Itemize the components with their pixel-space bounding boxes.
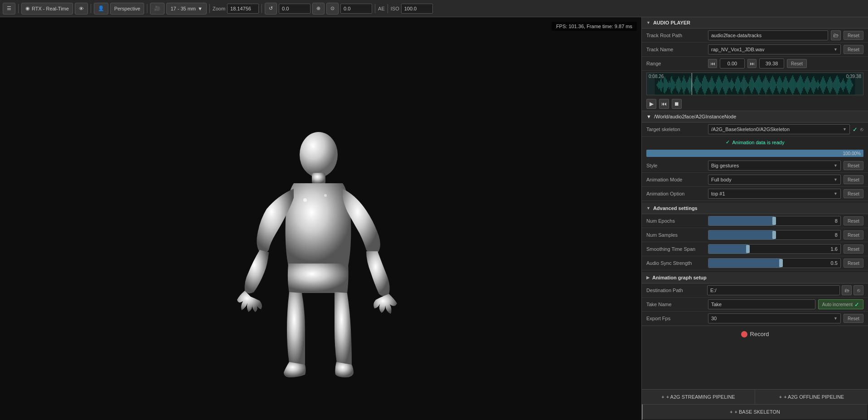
target-icon: ⊙ [330,5,335,11]
play-btn[interactable]: ▶ [646,99,656,109]
svg-point-0 [300,132,338,177]
animation-ready-row: ✓ Animation data is ready [642,137,868,148]
track-root-value[interactable]: audio2face-data/tracks [708,30,828,40]
target-icon-btn[interactable]: ⊙ [326,3,339,15]
num-samples-label: Num Samples [646,232,705,238]
track-root-folder-icon[interactable]: 🗁 [831,30,841,40]
audio-sync-label: Audio Sync Strength [646,260,705,266]
streaming-pipeline-btn[interactable]: + + A2G STREAMING PIPELINE [642,390,755,404]
take-name-row: Take Name Take Auto increment ✓ [642,298,868,312]
back-icon: ⏮ [661,101,667,107]
audio-sync-slider[interactable]: 0.5 [708,258,841,268]
base-skeleton-label: + BASE SKELETON [735,409,780,415]
streaming-pipeline-label: + A2G STREAMING PIPELINE [666,394,735,400]
range-skip-end-btn[interactable]: ⏭ [747,59,756,68]
take-name-value[interactable]: Take [708,299,815,309]
stop-btn[interactable]: ⏹ [672,99,682,109]
num-samples-slider[interactable]: 8 [708,230,841,240]
track-name-row: Track Name rap_NV_Vox1_JDB.wav ▼ Reset [642,43,868,57]
lens-button[interactable]: 17 - 35 mm ▼ [166,3,207,15]
range-start-value[interactable]: 0.00 [720,59,745,68]
num-epochs-reset-btn[interactable]: Reset [844,216,863,225]
fps-display: FPS: 101.36, Frame time: 9.87 ms [552,22,637,31]
target-skeleton-value[interactable]: /A2G_BaseSkeleton0/A2GSkeleton ▼ [708,124,850,134]
eye-icon-btn[interactable]: 👁 [75,3,88,15]
track-root-reset-btn[interactable]: Reset [844,31,863,40]
num-epochs-value: 8 [835,218,838,224]
target-skeleton-link-icon[interactable]: ⎋ [860,127,863,132]
main-layout: FPS: 101.36, Frame time: 9.87 ms [0,17,868,420]
animation-mode-value[interactable]: Full body ▼ [708,175,841,185]
range-reset-btn[interactable]: Reset [787,59,807,68]
move-icon-btn[interactable]: ⊕ [312,3,325,15]
anim-mode-reset-btn[interactable]: Reset [844,175,863,184]
auto-increment-label: Auto increment [822,302,853,307]
range-skip-start-btn[interactable]: ⏮ [708,59,717,68]
style-value[interactable]: Big gestures ▼ [708,161,841,171]
hamburger-icon: ☰ [7,5,11,11]
camera-icon-btn[interactable]: 🎥 [150,3,165,15]
rot-icon-btn[interactable]: ↺ [265,3,277,15]
waveform-display[interactable]: 0:08.26 0:39.38 [646,73,863,95]
auto-increment-check-icon: ✓ [854,301,859,308]
iso-value[interactable]: 100.0 [401,4,433,14]
3d-viewport[interactable]: FPS: 101.36, Frame time: 9.87 ms [0,17,641,420]
audio-sync-reset-btn[interactable]: Reset [844,259,863,268]
track-name-reset-btn[interactable]: Reset [844,45,863,54]
target-skeleton-label: Target skeleton [646,127,705,132]
num-samples-thumb[interactable] [772,231,776,239]
destination-folder-icon[interactable]: 🗁 [842,285,852,295]
anim-graph-chevron: ▶ [646,275,650,280]
smoothing-thumb[interactable] [746,245,750,253]
style-dropdown-icon: ▼ [834,163,838,168]
auto-increment-btn[interactable]: Auto increment ✓ [818,299,863,309]
anim-ready-check-icon: ✓ [726,139,730,145]
export-fps-reset-btn[interactable]: Reset [844,314,863,323]
num-epochs-slider[interactable]: 8 [708,216,841,226]
zoom-value-display[interactable]: 18.14756 [227,4,259,14]
track-name-dropdown-icon: ▼ [834,47,838,52]
rot-y-value[interactable]: 0.0 [340,4,372,14]
destination-link-icon[interactable]: ⎋ [853,285,863,295]
destination-path-value[interactable]: E:/ [707,285,840,295]
separator-6 [375,4,375,13]
a2g-chevron: ▼ [646,114,651,119]
base-skeleton-plus-icon: + [730,409,732,415]
base-skeleton-btn[interactable]: + + BASE SKELETON [642,404,868,420]
audio-sync-thumb[interactable] [779,259,783,267]
animation-graph-header[interactable]: ▶ Animation graph setup [642,272,868,283]
anim-option-reset-btn[interactable]: Reset [844,189,863,198]
num-samples-fill [708,230,774,239]
num-epochs-row: Num Epochs 8 Reset [642,214,868,228]
advanced-settings-header[interactable]: ▼ Advanced settings [642,203,868,214]
back-btn[interactable]: ⏮ [659,99,669,109]
target-skeleton-check-icon: ✓ [853,126,858,133]
perspective-button[interactable]: Perspective [110,3,144,15]
menu-icon-btn[interactable]: ☰ [3,3,15,15]
rot-x-value[interactable]: 0.0 [279,4,310,14]
record-button[interactable]: Record [741,331,769,337]
num-epochs-thumb[interactable] [772,217,776,225]
offline-pipeline-btn[interactable]: + + A2G OFFLINE PIPELINE [755,390,868,404]
export-fps-value[interactable]: 30 ▼ [708,313,841,323]
record-label: Record [750,331,769,337]
animation-option-value[interactable]: top #1 ▼ [708,189,841,199]
style-reset-btn2[interactable]: Reset [844,161,863,170]
person-icon-btn[interactable]: 👤 [94,3,108,15]
destination-path-label: Destination Path [646,288,705,293]
perspective-label: Perspective [114,6,140,11]
record-dot-icon [741,331,747,337]
rtx-button[interactable]: ◉ RTX - Real-Time [21,3,73,15]
range-end-value[interactable]: 39.38 [759,59,784,68]
num-samples-reset-btn[interactable]: Reset [844,230,863,239]
smoothing-slider[interactable]: 1.6 [708,244,841,254]
audio-player-header[interactable]: ▼ AUDIO PLAYER [642,17,868,29]
zoom-label: Zoom [213,6,225,11]
ae-label: AE [378,6,385,11]
a2g-instance-header[interactable]: ▼ /World/audio2face/A2GInstanceNode [642,111,868,122]
smoothing-fill [708,244,748,254]
pipeline-buttons-row: + + A2G STREAMING PIPELINE + + A2G OFFLI… [642,389,868,404]
waveform-time-right: 0:39.38 [846,74,861,79]
smoothing-reset-btn[interactable]: Reset [844,244,863,254]
track-name-value[interactable]: rap_NV_Vox1_JDB.wav ▼ [708,44,841,54]
